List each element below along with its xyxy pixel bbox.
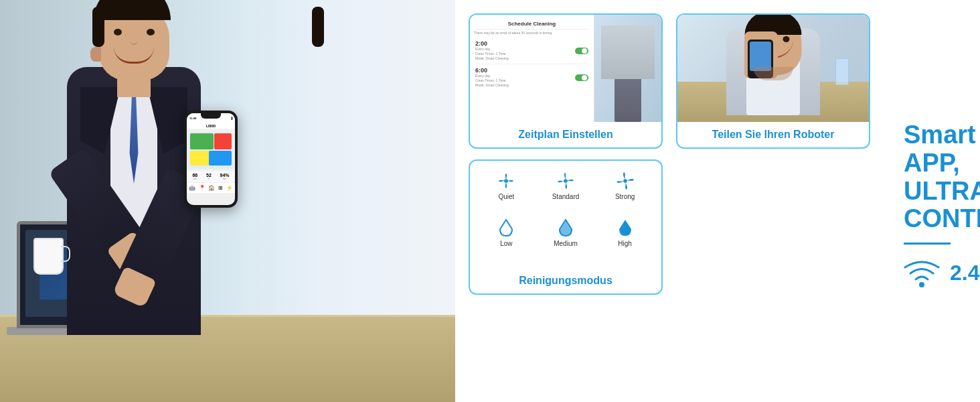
nav-5: ⚡ bbox=[226, 185, 233, 191]
held-phone-stats: 66 min 52 m² 94% bat bbox=[187, 171, 235, 182]
smile bbox=[114, 47, 154, 64]
held-phone-notch bbox=[201, 113, 221, 119]
reinigungsmodus-label: Reinigungsmodus bbox=[470, 268, 661, 293]
toggle-2[interactable] bbox=[575, 74, 588, 81]
nav-3: 🏠 bbox=[208, 185, 215, 191]
water-medium-icon bbox=[558, 218, 573, 237]
ear bbox=[90, 47, 101, 62]
mode-standard: Standard bbox=[540, 172, 592, 210]
modus-content: Quiet Standard bbox=[470, 161, 661, 268]
schedule-row-2-time: 6:00 Every dayClean Times: 1 TimeMode: S… bbox=[475, 67, 509, 88]
mug-handle bbox=[61, 246, 70, 262]
hair bbox=[94, 0, 171, 20]
person-torso bbox=[601, 25, 655, 79]
smart-app-line2: ULTRA CONTROL bbox=[904, 177, 980, 233]
water-medium: Medium bbox=[540, 218, 592, 257]
mode-quiet: Quiet bbox=[481, 172, 532, 210]
held-time: 11:44 bbox=[189, 117, 196, 120]
nav-2: 📍 bbox=[199, 185, 206, 191]
map-room-4 bbox=[209, 151, 232, 165]
smart-app-section: Smart APP, ULTRA CONTROL bbox=[890, 27, 980, 375]
held-phone-outer: 11:44 ▐ L8000 66 min bbox=[184, 111, 238, 208]
held-battery: ▐ bbox=[230, 117, 232, 120]
schedule-row-1-time: 2:00 Every dayClean Times: 1 TimeMode: S… bbox=[475, 40, 509, 61]
smart-app-line1: Smart APP, bbox=[904, 121, 976, 177]
share-card: Teilen Sie Ihren Roboter bbox=[676, 13, 870, 149]
eye-right bbox=[147, 29, 155, 36]
held-phone-nav: 🤖 📍 🏠 ⊞ ⚡ bbox=[187, 182, 235, 193]
map-room-2 bbox=[214, 133, 232, 149]
zeitplan-person-img bbox=[594, 15, 661, 122]
schedule-app-header: Schedule Cleaning bbox=[474, 19, 590, 29]
svg-point-1 bbox=[564, 179, 568, 183]
reinigungsmodus-card: Quiet Standard bbox=[469, 159, 663, 295]
svg-point-0 bbox=[505, 179, 509, 183]
wifi-label: 2.4G bbox=[950, 261, 980, 285]
hair-left-side bbox=[92, 7, 104, 47]
schedule-note: There may be an error of about 30 second… bbox=[474, 31, 590, 35]
eye-left bbox=[114, 29, 122, 36]
left-cards-column: Schedule Cleaning There may be an error … bbox=[469, 13, 663, 389]
wifi-section: 2.4G bbox=[904, 258, 980, 287]
fan-quiet-icon bbox=[497, 172, 515, 190]
map-room-3 bbox=[190, 151, 210, 165]
held-phone-title: L8000 bbox=[187, 123, 235, 130]
nav-1: 🤖 bbox=[189, 185, 195, 191]
mode-strong-label: Strong bbox=[615, 193, 635, 200]
map-room-1 bbox=[190, 133, 214, 149]
fan-strong-icon bbox=[616, 172, 635, 190]
detail-1: Every dayClean Times: 1 TimeMode: Smart … bbox=[475, 47, 509, 61]
toggle-1[interactable] bbox=[575, 48, 588, 54]
right-section: Schedule Cleaning There may be an error … bbox=[455, 0, 980, 402]
water-high-icon bbox=[618, 218, 633, 237]
water-high-label: High bbox=[618, 240, 632, 247]
time-2: 6:00 bbox=[475, 67, 509, 74]
svg-point-3 bbox=[919, 282, 924, 287]
stat-1-val: 66 bbox=[192, 173, 197, 178]
stat-2: 52 m² bbox=[206, 173, 212, 180]
mode-quiet-label: Quiet bbox=[498, 193, 514, 200]
smart-app-divider bbox=[904, 243, 951, 245]
hair-right-side bbox=[312, 7, 324, 47]
water-medium-label: Medium bbox=[554, 240, 578, 247]
held-phone-map bbox=[189, 132, 233, 169]
stat-3-val: 94% bbox=[220, 173, 230, 178]
stat-3: 94% bat bbox=[220, 173, 230, 180]
schedule-app: Schedule Cleaning There may be an error … bbox=[470, 15, 594, 122]
smart-app-column: Smart APP, ULTRA CONTROL bbox=[884, 13, 980, 389]
stat-3-label: bat bbox=[220, 178, 230, 180]
water-high: High bbox=[599, 218, 651, 257]
water-low-icon bbox=[499, 218, 513, 237]
zeitplan-card: Schedule Cleaning There may be an error … bbox=[469, 13, 663, 149]
glass bbox=[835, 58, 849, 85]
stat-1: 66 min bbox=[192, 173, 197, 180]
mode-strong: Strong bbox=[599, 172, 651, 210]
svg-point-2 bbox=[623, 179, 627, 183]
person-background: 11:44 ▐ L8000 66 min bbox=[0, 0, 455, 402]
smart-app-title: Smart APP, ULTRA CONTROL bbox=[904, 121, 980, 233]
schedule-row-2: 6:00 Every dayClean Times: 1 TimeMode: S… bbox=[474, 64, 590, 90]
held-phone-screen: 11:44 ▐ L8000 66 min bbox=[187, 113, 235, 205]
share-bg bbox=[677, 15, 869, 122]
detail-2: Every dayClean Times: 1 TimeMode: Smart … bbox=[475, 74, 509, 88]
zeitplan-image-area: Schedule Cleaning There may be an error … bbox=[470, 15, 661, 122]
coffee-mug bbox=[33, 238, 64, 275]
water-low: Low bbox=[481, 218, 532, 257]
stat-2-label: m² bbox=[206, 178, 212, 180]
stat-2-val: 52 bbox=[206, 173, 212, 178]
water-low-label: Low bbox=[500, 240, 512, 247]
zeitplan-label: Zeitplan Einstellen bbox=[470, 122, 661, 147]
fan-standard-icon bbox=[556, 172, 575, 190]
stat-1-label: min bbox=[192, 178, 197, 180]
share-image-area bbox=[677, 15, 869, 122]
neck bbox=[117, 74, 151, 97]
share-label: Teilen Sie Ihren Roboter bbox=[677, 122, 869, 147]
nav-4: ⊞ bbox=[218, 185, 223, 191]
time-1: 2:00 bbox=[475, 40, 509, 47]
right-column: Teilen Sie Ihren Roboter bbox=[676, 13, 870, 389]
schedule-row-1: 2:00 Every dayClean Times: 1 TimeMode: S… bbox=[474, 38, 590, 64]
left-section: 11:44 ▐ L8000 66 min bbox=[0, 0, 455, 402]
mode-standard-label: Standard bbox=[552, 193, 580, 200]
wifi-icon bbox=[904, 258, 941, 287]
nose bbox=[130, 38, 138, 45]
